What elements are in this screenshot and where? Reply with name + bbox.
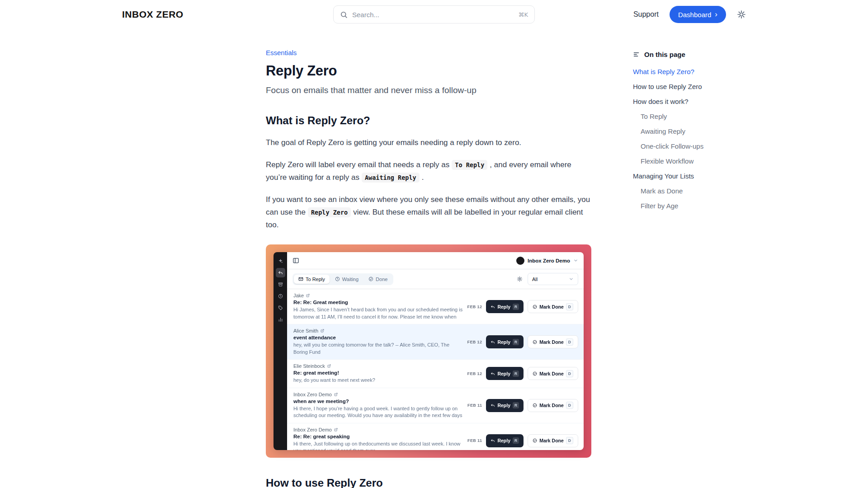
mark-done-label: Mark Done (539, 304, 564, 310)
code-to-reply: To Reply (452, 160, 487, 170)
depicted-app-sidebar (274, 252, 287, 450)
on-this-page-nav: On this page What is Reply Zero? How to … (633, 29, 769, 488)
toc-link-flexible-workflow[interactable]: Flexible Workflow (641, 157, 769, 165)
external-link-icon (321, 329, 324, 333)
reply-label: Reply (497, 438, 510, 443)
code-awaiting-reply: Awaiting Reply (362, 173, 420, 183)
tag-icon (276, 303, 285, 313)
toc-link-managing-your-lists[interactable]: Managing Your Lists (633, 172, 769, 180)
filter-select: All (528, 273, 578, 285)
toc-link-what-is-reply-zero[interactable]: What is Reply Zero? (633, 68, 769, 75)
page-layout: Essentials Reply Zero Focus on emails th… (266, 29, 868, 488)
depicted-app-main: Inbox Zero Demo To R (287, 252, 584, 450)
email-summary: Jake Re: Re: Great meeting Hi James, Sin… (293, 293, 463, 320)
toc-link-awaiting-reply[interactable]: Awaiting Reply (641, 127, 769, 135)
chevron-down-icon (573, 258, 578, 263)
reply-arrow-icon (491, 438, 495, 443)
email-row: Jake Re: Re: Great meeting Hi James, Sin… (287, 289, 584, 324)
check-circle-icon (533, 305, 537, 309)
mark-done-button: Mark DoneD (528, 434, 578, 447)
mark-done-label: Mark Done (539, 438, 564, 443)
mark-done-button: Mark DoneD (528, 335, 578, 348)
email-preview: Hi James, Since I haven’t heard back fro… (293, 306, 463, 320)
done-shortcut-kbd: D (566, 338, 573, 346)
search-shortcut-kbd: ⌘K (518, 11, 528, 18)
mark-done-button: Mark DoneD (528, 367, 578, 380)
paragraph-text: . (422, 173, 424, 182)
chevron-down-icon (569, 277, 574, 282)
reply-button: ReplyR (486, 399, 524, 412)
reply-button: ReplyR (486, 367, 524, 380)
article: Essentials Reply Zero Focus on emails th… (266, 29, 591, 488)
tab-label: Done (376, 277, 387, 282)
reply-shortcut-kbd: R (513, 371, 519, 377)
email-date: FEB 12 (467, 340, 482, 344)
page-title: Reply Zero (266, 63, 591, 79)
panel-left-icon (292, 257, 299, 264)
mark-done-button: Mark DoneD (528, 399, 578, 412)
inbox-zero-logo[interactable]: INBOX ZERO (122, 9, 184, 20)
paragraph-labels: Reply Zero will label every email that n… (266, 159, 591, 184)
toc-link-one-click-follow-ups[interactable]: One-click Follow-ups (641, 142, 769, 150)
email-date: FEB 12 (467, 305, 482, 309)
depicted-app-header: Inbox Zero Demo (287, 252, 584, 269)
paragraph-inbox-view: If you want to see an inbox view where y… (266, 193, 591, 231)
check-circle-icon (533, 403, 537, 408)
reply-label: Reply (497, 339, 510, 345)
reply-zero-screenshot-image: Inbox Zero Demo To R (266, 244, 591, 458)
toc-header-label: On this page (644, 51, 685, 58)
section-heading-how-to-use: How to use Reply Zero (266, 477, 591, 488)
tab-waiting: Waiting (330, 275, 363, 284)
navbar-inner: INBOX ZERO Search... ⌘K Support Dashboar… (122, 6, 746, 23)
email-sender: Jake (293, 293, 304, 298)
email-row: Inbox Zero Demo Re: Re: great speaking H… (287, 423, 584, 450)
check-circle-icon (368, 277, 373, 282)
tab-to-reply: To Reply (294, 275, 330, 284)
email-subject: Re: Re: great speaking (293, 434, 463, 439)
email-sender: Inbox Zero Demo (293, 392, 332, 397)
reply-shortcut-kbd: R (513, 437, 519, 444)
email-summary: Alice Smith event attendance hey, will y… (293, 328, 463, 356)
paragraph-goal: The goal of Reply Zero is getting your e… (266, 136, 591, 149)
toc-link-how-to-use-reply-zero[interactable]: How to use Reply Zero (633, 83, 769, 90)
clock-icon (335, 277, 340, 282)
done-shortcut-kbd: D (566, 402, 573, 409)
clock-icon (276, 291, 285, 301)
section-heading-what-is-reply-zero: What is Reply Zero? (266, 114, 591, 127)
reply-shortcut-kbd: R (513, 339, 519, 345)
toc-link-mark-as-done[interactable]: Mark as Done (641, 187, 769, 195)
dashboard-label: Dashboard (678, 11, 711, 19)
mark-done-label: Mark Done (539, 403, 564, 408)
support-link[interactable]: Support (633, 10, 659, 19)
toc-list-icon (633, 51, 640, 58)
email-actions: FEB 12 ReplyR Mark DoneD (467, 335, 578, 348)
email-actions: FEB 12 ReplyR Mark DoneD (467, 367, 578, 380)
reply-label: Reply (497, 304, 510, 310)
theme-toggle-sun-icon[interactable] (737, 10, 746, 19)
done-shortcut-kbd: D (566, 437, 573, 444)
navbar-actions: Support Dashboard › (633, 6, 746, 23)
depicted-app-window: Inbox Zero Demo To R (274, 252, 584, 450)
breadcrumb[interactable]: Essentials (266, 49, 297, 56)
email-summary: Inbox Zero Demo Re: Re: great speaking H… (293, 427, 463, 450)
reply-label: Reply (497, 403, 510, 408)
done-shortcut-kbd: D (566, 303, 573, 310)
external-link-icon (334, 393, 338, 396)
bar-chart-icon (276, 315, 285, 324)
search-input[interactable]: Search... ⌘K (333, 5, 535, 23)
reply-shortcut-kbd: R (513, 304, 519, 310)
toc-link-how-does-it-work[interactable]: How does it work? (633, 98, 769, 105)
reply-arrow-icon (491, 340, 495, 344)
archive-icon (276, 280, 285, 289)
email-subject: Re: Re: Great meeting (293, 300, 463, 305)
toc-link-to-reply[interactable]: To Reply (641, 113, 769, 120)
toc-link-filter-by-age[interactable]: Filter by Age (641, 202, 769, 210)
avatar (516, 257, 524, 265)
external-link-icon (327, 364, 331, 368)
reply-arrow-icon (491, 403, 495, 408)
search-icon (340, 11, 348, 19)
email-preview: hey, will you be coming tomorrow for the… (293, 342, 463, 356)
external-link-icon (306, 294, 310, 297)
toc-header: On this page (633, 51, 769, 58)
dashboard-button[interactable]: Dashboard › (670, 6, 726, 23)
